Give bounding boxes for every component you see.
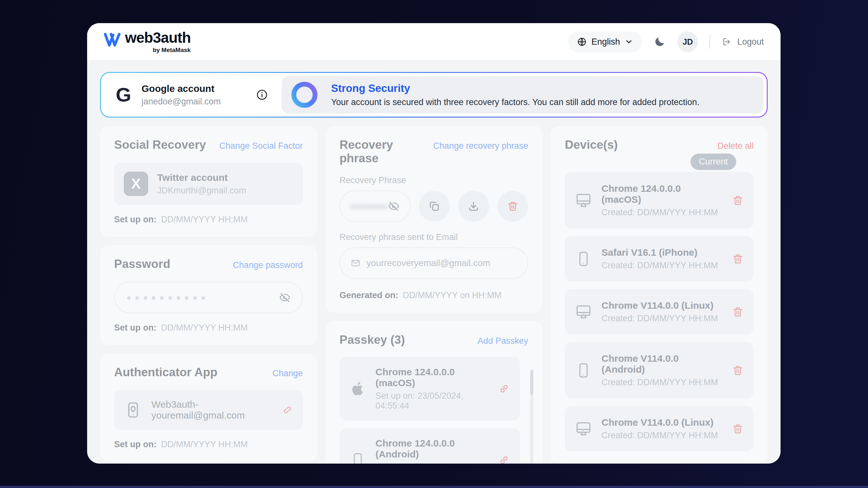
devices-title: Device(s) xyxy=(565,138,618,152)
passkey-item-sub: Set up on: 23/05/2024, 04:55:44 xyxy=(375,462,489,464)
passkey-scrollbar-thumb[interactable] xyxy=(530,370,533,395)
device-item-sub: Created: DD/MM/YYY HH:MM xyxy=(601,430,718,441)
phone-icon xyxy=(349,451,367,464)
language-selector[interactable]: English xyxy=(568,31,642,52)
change-recovery-phrase-link[interactable]: Change recovery phrase xyxy=(433,141,528,151)
security-banner: G Google account janedoe@gmail.com xyxy=(100,72,768,118)
device-item-sub: Created: DD/MM/YYY HH:MM xyxy=(601,261,718,270)
passkey-scrollbar-track xyxy=(530,370,533,464)
copy-phrase-button[interactable] xyxy=(419,191,450,222)
trash-icon xyxy=(507,200,519,213)
logout-icon xyxy=(722,37,732,47)
delete-device-icon[interactable] xyxy=(732,364,744,377)
generated-on-value: DD/MM/YYYY on HH:MM xyxy=(403,290,501,300)
desktop-icon xyxy=(575,303,592,321)
info-icon[interactable] xyxy=(256,89,268,101)
phone-icon xyxy=(575,250,592,268)
twitter-x-icon: X xyxy=(124,171,148,196)
change-authenticator-link[interactable]: Change xyxy=(272,368,303,379)
device-item: Safari V16.1 (iPhone) Created: DD/MM/YYY… xyxy=(565,236,753,282)
desktop-icon xyxy=(575,420,592,438)
delete-device-icon[interactable] xyxy=(732,423,744,435)
desktop-icon xyxy=(575,192,592,209)
download-icon xyxy=(467,200,479,213)
recovery-phrase-card: Recovery phrase Change recovery phrase R… xyxy=(326,126,542,313)
password-input[interactable]: ●●●●●●●●●● xyxy=(114,282,303,313)
device-item-sub: Created: DD/MM/YYY HH:MM xyxy=(601,207,723,218)
language-label: English xyxy=(591,37,620,47)
recovery-email-input[interactable]: yourrecoveryemail@gmail.com xyxy=(340,248,528,279)
authenticator-item: Web3auth-youremail@gmal.com xyxy=(114,390,303,430)
phone-icon xyxy=(575,361,592,380)
devices-card: Device(s) Delete all Current xyxy=(551,126,768,464)
delete-device-icon[interactable] xyxy=(732,306,744,318)
passkey-card: Passkey (3) Add Passkey Chrome 124.0. xyxy=(326,321,542,464)
header-divider xyxy=(710,35,710,49)
copy-icon xyxy=(428,200,440,213)
content-area: G Google account janedoe@gmail.com xyxy=(87,61,780,464)
device-item-title: Chrome 124.0.0.0 (macOS) xyxy=(601,183,723,205)
change-password-link[interactable]: Change password xyxy=(233,260,303,270)
authenticator-setup-label: Set up on: xyxy=(114,440,157,450)
device-item: Chrome 124.0.0.0 (macOS) Created: DD/MM/… xyxy=(565,172,753,228)
security-status-description: Your account is secured with three recov… xyxy=(331,97,700,107)
passkey-item: Chrome 124.0.0.0 (Android) Set up on: 23… xyxy=(340,428,520,464)
main-card: web3auth by MetaMask English xyxy=(87,23,780,464)
web3auth-logo-icon xyxy=(104,32,121,47)
social-setup-value: DD/MM/YYYY HH:MM xyxy=(161,215,248,225)
toggle-password-visibility-icon[interactable] xyxy=(279,292,290,303)
google-logo: G xyxy=(116,85,131,105)
security-strength-ring-icon xyxy=(290,80,319,109)
passkey-item-title: Chrome 124.0.0.0 (macOS) xyxy=(375,366,489,388)
social-setup-label: Set up on: xyxy=(114,215,157,225)
twitter-account-label: Twitter account xyxy=(157,172,246,183)
change-social-factor-link[interactable]: Change Social Factor xyxy=(219,141,303,151)
device-item-title: Chrome V114.0.0 (Android) xyxy=(601,353,723,375)
passkey-item-sub: Set up on: 23/05/2024, 04:55:44 xyxy=(375,391,489,411)
device-item-title: Chrome V114.0.0 (Linux) xyxy=(601,300,718,311)
password-setup-value: DD/MM/YYYY HH:MM xyxy=(161,323,248,333)
device-item: Chrome V114.0.0 (Android) Created: DD/MM… xyxy=(565,342,753,398)
delete-all-devices-link[interactable]: Delete all xyxy=(717,141,753,151)
security-status-title: Strong Security xyxy=(331,82,700,94)
unlink-passkey-icon[interactable] xyxy=(498,454,510,464)
delete-device-icon[interactable] xyxy=(732,194,744,206)
twitter-account-email: JDKmurthi@gmail.com xyxy=(157,186,246,196)
toggle-phrase-visibility-icon[interactable] xyxy=(388,200,400,212)
delete-phrase-button[interactable] xyxy=(497,191,528,222)
delete-device-icon[interactable] xyxy=(732,253,744,265)
envelope-icon xyxy=(350,258,361,268)
google-account-panel: G Google account janedoe@gmail.com xyxy=(101,73,282,117)
device-item-title: Safari V16.1 (iPhone) xyxy=(601,247,718,258)
recovery-phrase-input[interactable]: ●●●●●●●●●●●● xyxy=(340,191,410,222)
bottom-glow-bar xyxy=(0,486,868,488)
password-title: Password xyxy=(114,257,170,271)
recovery-phrase-masked-value: ●●●●●●●●●●●● xyxy=(350,201,388,212)
recovery-phrase-label: Recovery Phrase xyxy=(340,175,528,185)
download-phrase-button[interactable] xyxy=(458,191,489,222)
logout-label: Logout xyxy=(737,37,764,47)
recovery-email-value: yourrecoveryemail@gmail.com xyxy=(367,258,490,268)
add-passkey-link[interactable]: Add Passkey xyxy=(477,336,528,346)
recovery-email-label: Recovery phrase sent to Email xyxy=(340,232,528,242)
device-item-sub: Created: DD/MM/YYY HH:MM xyxy=(601,378,723,387)
recovery-phrase-title: Recovery phrase xyxy=(340,138,433,165)
unlink-passkey-icon[interactable] xyxy=(498,383,510,395)
app-header: web3auth by MetaMask English xyxy=(87,23,780,61)
password-setup-label: Set up on: xyxy=(114,323,157,333)
twitter-account-item: X Twitter account JDKmurthi@gmail.com xyxy=(114,163,303,205)
logout-button[interactable]: Logout xyxy=(722,37,764,47)
unlink-authenticator-icon[interactable] xyxy=(282,404,293,416)
device-item: Chrome V114.0.0 (Linux) Created: DD/MM/Y… xyxy=(565,289,753,334)
user-avatar[interactable]: JD xyxy=(677,31,698,52)
account-provider-title: Google account xyxy=(142,83,221,94)
social-recovery-card: Social Recovery Change Social Factor X T… xyxy=(100,126,317,237)
current-device-badge: Current xyxy=(690,154,736,170)
password-card: Password Change password ●●●●●●●●●● xyxy=(100,245,317,345)
globe-icon xyxy=(577,37,587,46)
passkey-list: Chrome 124.0.0.0 (macOS) Set up on: 23/0… xyxy=(340,357,528,464)
security-status-panel: Strong Security Your account is secured … xyxy=(282,76,764,113)
account-email: janedoe@gmail.com xyxy=(142,97,221,107)
dark-mode-toggle-moon-icon[interactable] xyxy=(654,36,666,48)
passkey-title: Passkey (3) xyxy=(340,333,405,347)
